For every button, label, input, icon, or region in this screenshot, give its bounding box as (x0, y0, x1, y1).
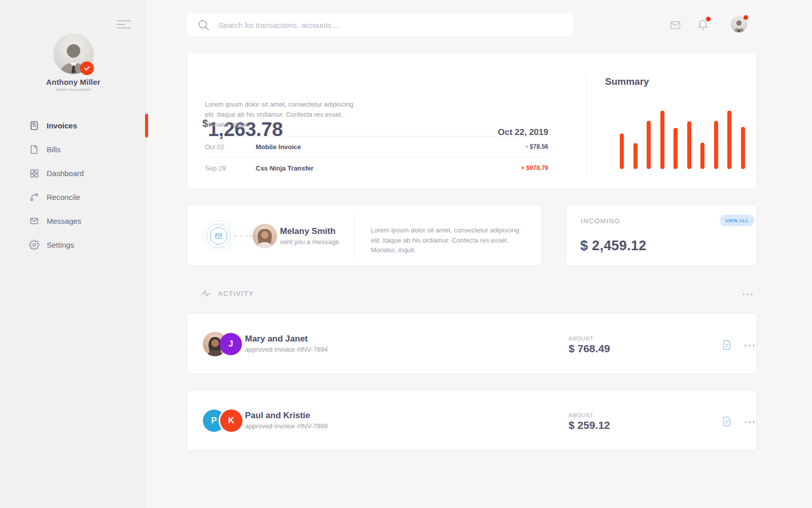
summary-bar (660, 111, 664, 169)
activity-more-icon[interactable] (743, 293, 753, 295)
invoices-file-text-icon (29, 120, 40, 131)
transaction-amount: - $78.56 (526, 143, 548, 150)
summary-bar (687, 121, 691, 169)
active-indicator (145, 114, 148, 138)
transaction-row[interactable]: Sep 29 Css Ninja Transfer + $978.79 (205, 158, 548, 178)
balance-card: $1,263.78 Oct 22, 2019 Lorem ipsum dolor… (187, 52, 757, 189)
summary-bar (620, 133, 624, 169)
transaction-row[interactable]: Oct 02 Mobile Invoice - $78.56 (205, 137, 548, 157)
transaction-amount: + $978.79 (521, 164, 548, 172)
activity-row-subtitle: approved invoice #INV-7899 (245, 422, 328, 430)
sidebar-item-invoices[interactable]: Invoices (0, 114, 147, 138)
sidebar-item-messages[interactable]: Messages (0, 209, 147, 233)
divider (355, 213, 355, 259)
row-more-icon[interactable] (745, 421, 755, 423)
sidebar-item-label: Reconcile (47, 193, 80, 201)
summary-bar (741, 127, 745, 169)
settings-gear-icon (29, 240, 40, 250)
sidebar-item-label: Dashboard (47, 169, 84, 178)
sidebar-item-label: Invoices (47, 121, 77, 130)
activity-header: ACTIVITY (201, 288, 254, 298)
sidebar: Anthony Miller Senior Accountant Invoice… (0, 0, 147, 508)
message-card: Melany Smith sent you a message Lorem ip… (187, 205, 542, 266)
activity-row-title: Paul and Kristie (245, 411, 310, 421)
amount-label: AMOUNT (569, 413, 593, 418)
menu-toggle-icon[interactable] (117, 20, 132, 30)
dashboard-grid-icon (29, 168, 40, 179)
incoming-amount: $ 2,459.12 (580, 238, 647, 254)
summary-bar-chart (620, 111, 747, 169)
initial-badge: J (220, 333, 242, 355)
incoming-label: INCOMING (581, 217, 620, 225)
mail-icon[interactable] (669, 19, 682, 31)
dashboard-app: Anthony Miller Senior Accountant Invoice… (0, 0, 812, 508)
activity-row[interactable]: P K Paul and Kristie approved invoice #I… (187, 390, 757, 451)
sidebar-item-label: Messages (47, 217, 81, 225)
search-input[interactable] (219, 21, 573, 29)
sidebar-item-label: Bills (47, 145, 61, 154)
incoming-card: INCOMING VIEW ALL $ 2,459.12 (566, 205, 757, 266)
balance-description: Lorem ipsum dolor sit amet, consectetur … (205, 99, 360, 130)
activity-pulse-icon (201, 288, 211, 298)
summary-title: Summary (605, 76, 649, 87)
invoice-document-icon[interactable] (721, 339, 733, 353)
transaction-label: Mobile Invoice (256, 143, 526, 151)
summary-bar (647, 121, 651, 169)
avatar-notification-dot (744, 15, 748, 20)
sidebar-item-dashboard[interactable]: Dashboard (0, 161, 147, 185)
messages-envelope-icon (29, 216, 40, 226)
summary-bar (714, 121, 718, 169)
sidebar-item-reconcile[interactable]: Reconcile (0, 185, 147, 209)
row-more-icon[interactable] (745, 345, 755, 347)
sender-avatar[interactable] (253, 224, 277, 248)
message-body: Lorem ipsum dolor sit amet, consectetur … (371, 225, 529, 255)
summary-bar (674, 128, 678, 169)
transaction-date: Sep 29 (205, 164, 256, 172)
sidebar-nav: Invoices Bills Dashboard Reconcile (0, 114, 147, 257)
message-subtitle: sent you a message (280, 238, 339, 246)
summary-bar (633, 143, 638, 169)
reconcile-branch-icon (29, 192, 40, 202)
summary-bar (700, 143, 704, 169)
divider (586, 72, 587, 176)
activity-row[interactable]: J Mary and Janet approved invoice #INV-7… (187, 313, 757, 374)
search-icon (197, 18, 210, 32)
summary-bar (727, 111, 731, 169)
invoice-document-icon[interactable] (721, 416, 733, 429)
amount-value: $ 768.49 (569, 343, 610, 355)
verified-check-icon (80, 61, 94, 75)
search-bar (187, 13, 573, 37)
activity-title: ACTIVITY (218, 290, 254, 297)
bell-icon[interactable] (697, 19, 709, 31)
user-name: Anthony Miller (0, 78, 147, 86)
initial-badge: K (219, 408, 244, 433)
dashed-connector (234, 235, 253, 236)
sidebar-item-settings[interactable]: Settings (0, 233, 147, 257)
activity-row-subtitle: approved invoice #INV-7894 (245, 346, 328, 353)
view-all-button[interactable]: VIEW ALL (720, 215, 754, 226)
transaction-label: Css Ninja Transfer (256, 164, 521, 172)
user-role: Senior Accountant (0, 87, 147, 92)
transaction-date: Oct 02 (205, 143, 256, 151)
notification-dot (706, 17, 711, 21)
bills-file-icon (29, 144, 40, 155)
activity-row-title: Mary and Janet (245, 334, 308, 344)
sidebar-item-bills[interactable]: Bills (0, 138, 147, 161)
sidebar-item-label: Settings (47, 241, 74, 249)
amount-label: AMOUNT (569, 336, 593, 342)
sender-name: Melany Smith (280, 226, 336, 236)
message-envelope-icon (210, 227, 227, 245)
person-silhouette-icon (253, 225, 277, 248)
amount-value: $ 259.12 (569, 419, 610, 431)
